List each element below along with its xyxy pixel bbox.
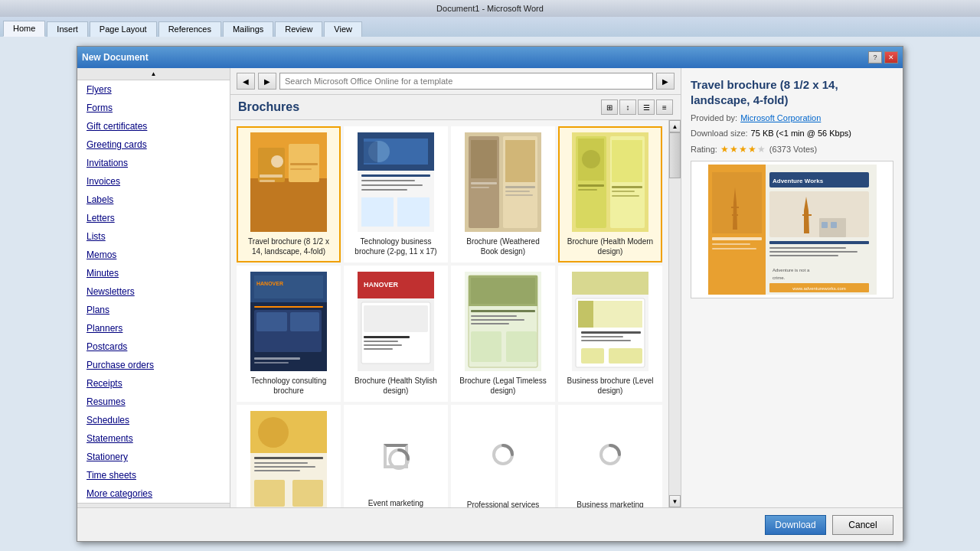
spinner-professional [491, 442, 515, 470]
svg-rect-77 [581, 340, 631, 341]
provided-by-value[interactable]: Microsoft Corporation [740, 113, 821, 122]
view-btn-grid[interactable]: ⊞ [601, 99, 618, 115]
svg-rect-6 [260, 180, 275, 182]
sidebar-item-memos[interactable]: Memos [77, 246, 230, 264]
svg-rect-26 [505, 194, 533, 196]
brochure-item-legal-timeless[interactable]: Brochure (Legal Timeless design) [451, 266, 555, 402]
brochure-item-business-level[interactable]: Business brochure (Level design) [558, 266, 662, 402]
svg-rect-47 [256, 312, 287, 331]
right-panel: Travel brochure (8 1/2 x 14, landscape, … [681, 68, 903, 507]
star-4: ★ [748, 144, 756, 155]
sidebar-item-time-sheets[interactable]: Time sheets [77, 466, 230, 484]
scroll-down-arrow[interactable]: ▼ [669, 495, 681, 507]
view-btn-list[interactable]: ☰ [638, 99, 655, 115]
sidebar-item-forms[interactable]: Forms [77, 99, 230, 117]
sidebar-item-letters[interactable]: Letters [77, 209, 230, 227]
tab-home[interactable]: Home [3, 21, 45, 37]
sidebar-item-invoices[interactable]: Invoices [77, 172, 230, 191]
brochure-label-weathered-book: Brochure (Weathered Book design) [457, 236, 549, 256]
svg-rect-71 [572, 272, 648, 295]
sidebar-item-flyers[interactable]: Flyers [77, 80, 230, 99]
svg-rect-45 [254, 306, 323, 308]
download-button[interactable]: Download [765, 515, 826, 535]
view-btn-sort[interactable]: ↕ [619, 99, 636, 115]
brochure-label-professional-services: Professional services [467, 500, 539, 507]
back-button[interactable]: ◀ [237, 73, 255, 90]
search-input[interactable] [279, 73, 653, 90]
cancel-button[interactable]: Cancel [832, 515, 893, 535]
sidebar-item-purchase-orders[interactable]: Purchase orders [77, 356, 230, 374]
sidebar-item-resumes[interactable]: Resumes [77, 393, 230, 411]
brochure-item-business-half[interactable]: Business brochure (8 1/2 [237, 405, 341, 507]
svg-rect-37 [612, 140, 642, 182]
brochure-item-business-marketing[interactable]: Business marketing [558, 405, 662, 507]
scroll-track[interactable] [669, 132, 681, 495]
svg-rect-18 [361, 197, 394, 227]
svg-rect-69 [506, 331, 537, 362]
svg-rect-56 [364, 336, 410, 338]
svg-rect-29 [471, 187, 489, 188]
help-button[interactable]: ? [868, 51, 882, 64]
brochure-item-event-marketing[interactable]: Event marketing [344, 405, 448, 507]
download-size-label: Download size: [691, 129, 748, 138]
svg-rect-57 [364, 341, 398, 342]
sidebar-item-statements[interactable]: Statements [77, 429, 230, 448]
svg-rect-55 [364, 305, 428, 332]
forward-button[interactable]: ▶ [258, 73, 276, 90]
svg-text:crime.: crime. [773, 276, 786, 280]
sidebar-item-minutes[interactable]: Minutes [77, 264, 230, 282]
sidebar-item-invitations[interactable]: Invitations [77, 154, 230, 172]
word-tab-bar: Home Insert Page Layout References Maili… [0, 17, 980, 37]
right-panel-title: Travel brochure (8 1/2 x 14, landscape, … [691, 77, 893, 107]
brochure-thumb-tech-business [358, 132, 434, 232]
sidebar-item-gift-certificates[interactable]: Gift certificates [77, 117, 230, 135]
sidebar-item-labels[interactable]: Labels [77, 191, 230, 209]
sidebar-scroll-down[interactable]: ▼ [77, 503, 230, 507]
svg-rect-40 [612, 195, 639, 197]
brochure-item-weathered-book[interactable]: Brochure (Weathered Book design) [451, 126, 555, 262]
brochure-item-health-modern[interactable]: Brochure (Health Modern design) [558, 126, 662, 262]
svg-rect-111 [769, 247, 846, 249]
sidebar-item-postcards[interactable]: Postcards [77, 337, 230, 356]
sidebar-item-lists[interactable]: Lists [77, 227, 230, 246]
dialog-body: ▲ Flyers Forms Gift certificates Greetin… [77, 68, 903, 507]
svg-rect-65 [471, 315, 517, 317]
tab-references[interactable]: References [158, 21, 221, 37]
sidebar-item-plans[interactable]: Plans [77, 301, 230, 319]
sidebar-item-greeting-cards[interactable]: Greeting cards [77, 135, 230, 154]
tab-view[interactable]: View [324, 21, 362, 37]
svg-point-4 [271, 155, 283, 168]
brochure-item-health-stylish[interactable]: HANOVER Brochure (Health Stylish design) [344, 266, 448, 402]
grid-scrollbar[interactable]: ▲ ▼ [668, 120, 681, 507]
brochure-item-tech-business[interactable]: Technology business brochure (2-pg, 11 x… [344, 126, 448, 262]
brochure-label-tech-business: Technology business brochure (2-pg, 11 x… [350, 236, 442, 256]
scroll-up-arrow[interactable]: ▲ [669, 120, 681, 132]
brochure-item-travel[interactable]: Travel brochure (8 1/2 x 14, landscape, … [237, 126, 341, 262]
view-btn-detail[interactable]: ≡ [656, 99, 673, 115]
brochure-label-business-level: Business brochure (Level design) [564, 376, 656, 396]
sidebar-item-more-categories[interactable]: More categories [77, 484, 230, 503]
close-button[interactable]: ✕ [884, 51, 898, 64]
search-go-button[interactable]: ▶ [656, 73, 675, 90]
svg-point-82 [258, 417, 289, 448]
scroll-thumb[interactable] [669, 132, 681, 178]
sidebar-scroll-up[interactable]: ▲ [77, 68, 230, 80]
svg-rect-99 [712, 243, 750, 245]
sidebar-item-schedules[interactable]: Schedules [77, 411, 230, 429]
brochure-item-professional-services[interactable]: Professional services [451, 405, 555, 507]
tab-mailings[interactable]: Mailings [223, 21, 273, 37]
tab-page-layout[interactable]: Page Layout [90, 21, 157, 37]
sidebar-item-receipts[interactable]: Receipts [77, 374, 230, 393]
svg-rect-75 [581, 331, 641, 334]
sidebar-item-planners[interactable]: Planners [77, 319, 230, 337]
brochure-thumb-business-half [250, 411, 327, 507]
sidebar-item-stationery[interactable]: Stationery [77, 448, 230, 466]
dialog-controls: ? ✕ [868, 51, 898, 64]
brochure-item-tech-consulting[interactable]: HANOVER Technology consulting brochure [237, 266, 341, 402]
sidebar-item-newsletters[interactable]: Newsletters [77, 282, 230, 301]
tab-insert[interactable]: Insert [47, 21, 88, 37]
star-2: ★ [730, 144, 738, 155]
svg-text:www.adventureworks.com: www.adventureworks.com [792, 286, 846, 291]
tab-review[interactable]: Review [275, 21, 322, 37]
brochure-label-legal-timeless: Brochure (Legal Timeless design) [457, 376, 549, 396]
